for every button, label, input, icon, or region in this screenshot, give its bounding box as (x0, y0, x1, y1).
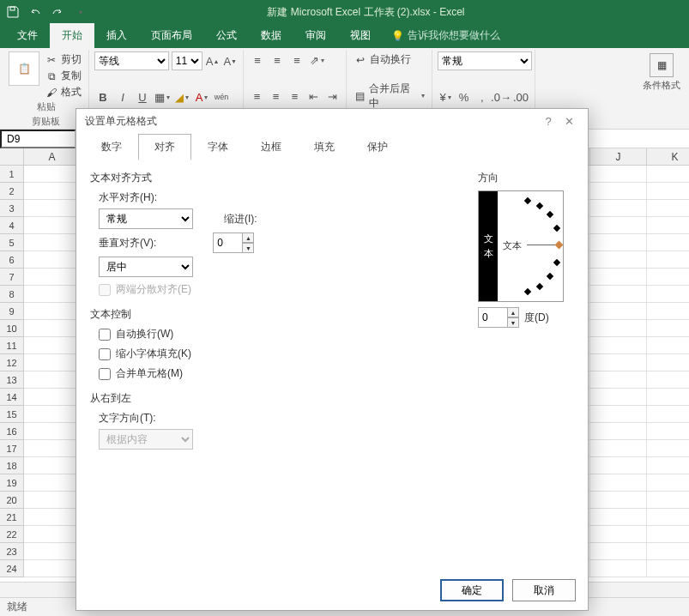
column-header[interactable]: J (590, 148, 647, 166)
cell[interactable] (24, 423, 81, 440)
cell[interactable] (647, 492, 689, 509)
v-align-select[interactable]: 居中 (99, 257, 193, 277)
tab-data[interactable]: 数据 (249, 23, 293, 48)
cell[interactable] (647, 474, 689, 492)
cell[interactable] (647, 217, 689, 234)
conditional-format-icon[interactable]: ▦ (650, 53, 674, 77)
row-header[interactable]: 9 (0, 303, 24, 320)
spin-down-icon[interactable]: ▼ (242, 243, 254, 253)
increase-decimal-icon[interactable]: .0→ (493, 88, 510, 106)
font-color-button[interactable]: A (193, 88, 210, 106)
percent-icon[interactable]: % (456, 88, 471, 106)
cell[interactable] (647, 320, 689, 337)
cell[interactable] (590, 234, 647, 251)
cell[interactable] (647, 440, 689, 457)
cell[interactable] (590, 389, 647, 406)
column-header[interactable]: K (647, 148, 689, 166)
comma-icon[interactable]: , (474, 88, 490, 106)
row-header[interactable]: 17 (0, 440, 24, 457)
spin-up-icon[interactable]: ▲ (507, 307, 519, 317)
fill-color-button[interactable]: ◢ (173, 88, 190, 106)
align-left-icon[interactable]: ≡ (249, 88, 265, 105)
cell[interactable] (590, 183, 647, 200)
cell[interactable] (24, 354, 81, 371)
cell[interactable] (590, 457, 647, 474)
cut-button[interactable]: ✂剪切 (43, 51, 83, 68)
row-header[interactable]: 13 (0, 371, 24, 389)
cell[interactable] (647, 509, 689, 526)
shrink-input[interactable] (99, 348, 111, 360)
merge-input[interactable] (99, 368, 111, 380)
dial-handle-icon[interactable] (555, 241, 564, 250)
orientation-icon[interactable]: ⇗ (308, 51, 325, 69)
orientation-dial[interactable]: 文本 (498, 191, 563, 301)
merge-center-button[interactable]: ▤合并后居中 (352, 81, 426, 112)
cell[interactable] (590, 200, 647, 217)
cell[interactable] (647, 234, 689, 251)
cell[interactable] (647, 337, 689, 354)
row-header[interactable]: 22 (0, 526, 24, 543)
cell[interactable] (647, 423, 689, 440)
increase-indent-icon[interactable]: ⇥ (324, 88, 341, 105)
align-center-icon[interactable]: ≡ (268, 88, 284, 105)
row-header[interactable]: 1 (0, 166, 24, 183)
row-header[interactable]: 15 (0, 406, 24, 423)
align-top-icon[interactable]: ≡ (249, 51, 266, 69)
row-header[interactable]: 23 (0, 543, 24, 560)
cell[interactable] (590, 474, 647, 492)
cell[interactable] (647, 269, 689, 286)
tab-alignment[interactable]: 对齐 (138, 134, 191, 160)
italic-button[interactable]: I (114, 88, 131, 106)
currency-icon[interactable]: ¥ (438, 88, 453, 106)
cell[interactable] (24, 269, 81, 286)
degrees-spinner[interactable]: ▲▼ (478, 307, 519, 328)
undo-icon[interactable] (26, 3, 45, 21)
tab-fill[interactable]: 填充 (298, 134, 351, 160)
cell[interactable] (647, 560, 689, 577)
spin-down-icon[interactable]: ▼ (507, 317, 519, 328)
cell[interactable] (647, 543, 689, 560)
tab-border[interactable]: 边框 (245, 134, 298, 160)
spin-up-icon[interactable]: ▲ (242, 233, 254, 243)
row-header[interactable]: 21 (0, 509, 24, 526)
redo-icon[interactable] (48, 3, 67, 21)
indent-input[interactable] (213, 233, 242, 253)
underline-button[interactable]: U (134, 88, 151, 106)
text-direction-select[interactable]: 根据内容 (99, 429, 193, 450)
cell[interactable] (24, 200, 81, 217)
cell[interactable] (647, 251, 689, 269)
align-right-icon[interactable]: ≡ (287, 88, 303, 105)
format-painter-button[interactable]: 🖌格式 (43, 84, 83, 100)
cell[interactable] (590, 303, 647, 320)
cell[interactable] (24, 492, 81, 509)
wrap-checkbox[interactable]: 自动换行(W) (99, 327, 464, 341)
row-header[interactable]: 18 (0, 457, 24, 474)
cell[interactable] (24, 474, 81, 492)
close-icon[interactable]: ✕ (559, 115, 579, 128)
cancel-button[interactable]: 取消 (512, 579, 576, 601)
font-size-select[interactable]: 11 (172, 51, 202, 70)
decrease-font-icon[interactable]: A▼ (222, 52, 238, 69)
dialog-titlebar[interactable]: 设置单元格格式 ? ✕ (76, 109, 588, 133)
tab-protect[interactable]: 保护 (351, 134, 404, 160)
number-format-select[interactable]: 常规 (438, 51, 532, 70)
increase-font-icon[interactable]: A▲ (205, 52, 221, 69)
cell[interactable] (590, 560, 647, 577)
column-header[interactable]: A (24, 148, 81, 166)
cell[interactable] (647, 406, 689, 423)
tab-insert[interactable]: 插入 (94, 23, 139, 48)
cell[interactable] (24, 337, 81, 354)
decrease-indent-icon[interactable]: ⇤ (305, 88, 322, 105)
phonetic-button[interactable]: wén (213, 88, 230, 106)
row-header[interactable]: 20 (0, 492, 24, 509)
cell[interactable] (24, 217, 81, 234)
cell[interactable] (24, 320, 81, 337)
cell[interactable] (590, 492, 647, 509)
cell[interactable] (590, 286, 647, 303)
ok-button[interactable]: 确定 (440, 579, 504, 601)
cell[interactable] (590, 251, 647, 269)
cell[interactable] (647, 286, 689, 303)
row-header[interactable]: 7 (0, 269, 24, 286)
cell[interactable] (647, 200, 689, 217)
tab-home[interactable]: 开始 (50, 23, 94, 48)
